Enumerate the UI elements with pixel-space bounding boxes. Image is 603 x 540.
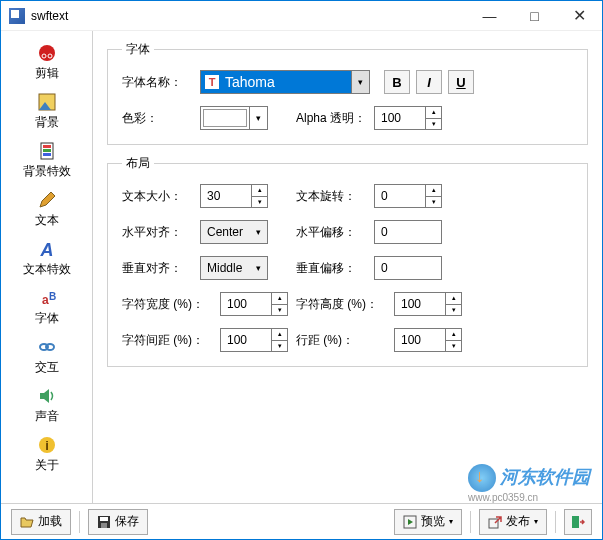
separator — [470, 511, 471, 533]
sidebar-item-background[interactable]: 背景 — [1, 88, 92, 137]
content-panel: 字体 字体名称： T Tahoma ▾ B I U 色彩： ▾ — [93, 31, 602, 503]
halign-combo[interactable]: Center▾ — [200, 220, 268, 244]
lspace-spinner[interactable]: 100▴▾ — [394, 328, 462, 352]
valign-combo[interactable]: Middle▾ — [200, 256, 268, 280]
size-label: 文本大小： — [122, 188, 200, 205]
svg-marker-23 — [408, 519, 413, 525]
sidebar-item-about[interactable]: i 关于 — [1, 431, 92, 480]
italic-button[interactable]: I — [416, 70, 442, 94]
door-exit-icon — [571, 515, 585, 529]
pencil-icon — [37, 190, 57, 210]
svg-rect-8 — [43, 153, 51, 156]
svg-text:i: i — [45, 438, 49, 453]
svg-text:a: a — [42, 293, 49, 307]
svg-rect-6 — [43, 145, 51, 148]
exit-button[interactable] — [564, 509, 592, 535]
rotate-spinner[interactable]: 0▴▾ — [374, 184, 442, 208]
cspace-spinner[interactable]: 100▴▾ — [220, 328, 288, 352]
save-button[interactable]: 保存 — [88, 509, 148, 535]
hoffset-label: 水平偏移： — [296, 224, 374, 241]
underline-button[interactable]: U — [448, 70, 474, 94]
sidebar-item-font[interactable]: aB 字体 — [1, 284, 92, 333]
load-button[interactable]: 加载 — [11, 509, 71, 535]
chevron-down-icon: ▾ — [249, 107, 267, 129]
svg-marker-15 — [40, 389, 49, 403]
cheight-label: 字符高度 (%)： — [296, 296, 394, 313]
bold-button[interactable]: B — [384, 70, 410, 94]
svg-rect-7 — [43, 149, 51, 152]
chevron-down-icon: ▾ — [249, 221, 267, 243]
sidebar-item-bg-effect[interactable]: 背景特效 — [1, 137, 92, 186]
color-picker[interactable]: ▾ — [200, 106, 268, 130]
floppy-icon — [97, 515, 111, 529]
font-select[interactable]: T Tahoma ▾ — [200, 70, 370, 94]
separator — [555, 511, 556, 533]
cwidth-spinner[interactable]: 100▴▾ — [220, 292, 288, 316]
svg-point-0 — [39, 45, 55, 61]
svg-marker-9 — [40, 192, 55, 207]
svg-text:A: A — [39, 240, 53, 259]
window-controls: — □ ✕ — [467, 1, 602, 31]
separator — [79, 511, 80, 533]
alpha-label: Alpha 透明： — [296, 110, 374, 127]
link-icon — [37, 337, 57, 357]
preview-button[interactable]: 预览 ▾ — [394, 509, 462, 535]
export-icon — [488, 515, 502, 529]
svg-text:B: B — [49, 291, 56, 302]
cheight-spinner[interactable]: 100▴▾ — [394, 292, 462, 316]
maximize-button[interactable]: □ — [512, 1, 557, 31]
sidebar-item-text-effect[interactable]: A 文本特效 — [1, 235, 92, 284]
play-icon — [403, 515, 417, 529]
alpha-spinner[interactable]: 100 ▴▾ — [374, 106, 442, 130]
layout-fieldset: 布局 文本大小： 30▴▾ 文本旋转： 0▴▾ 水平对齐： Center▾ 水平… — [107, 155, 588, 367]
svg-rect-25 — [572, 516, 579, 528]
voffset-input[interactable]: 0 — [374, 256, 442, 280]
color-label: 色彩： — [122, 110, 200, 127]
valign-label: 垂直对齐： — [122, 260, 200, 277]
letter-a-icon: A — [37, 239, 57, 259]
chevron-down-icon: ▾ — [534, 517, 538, 526]
app-title: swftext — [31, 9, 68, 23]
publish-button[interactable]: 发布 ▾ — [479, 509, 547, 535]
size-spinner[interactable]: 30▴▾ — [200, 184, 268, 208]
font-fieldset: 字体 字体名称： T Tahoma ▾ B I U 色彩： ▾ — [107, 41, 588, 145]
font-t-icon: T — [205, 75, 219, 89]
svg-rect-20 — [100, 517, 108, 521]
voffset-label: 垂直偏移： — [296, 260, 374, 277]
app-icon — [9, 8, 25, 24]
font-legend: 字体 — [122, 41, 154, 58]
main-area: 剪辑 背景 背景特效 文本 A 文本特效 aB 字体 交互 声音 — [1, 31, 602, 503]
font-icon: aB — [37, 288, 57, 308]
svg-marker-18 — [21, 518, 33, 527]
svg-rect-21 — [101, 523, 107, 528]
titlebar: swftext — □ ✕ — [1, 1, 602, 31]
rotate-label: 文本旋转： — [296, 188, 374, 205]
close-button[interactable]: ✕ — [557, 1, 602, 31]
minimize-button[interactable]: — — [467, 1, 512, 31]
sidebar-item-sound[interactable]: 声音 — [1, 382, 92, 431]
scissors-icon — [37, 43, 57, 63]
folder-open-icon — [20, 515, 34, 529]
film-icon — [37, 141, 57, 161]
sidebar-item-text[interactable]: 文本 — [1, 186, 92, 235]
info-icon: i — [37, 435, 57, 455]
cspace-label: 字符间距 (%)： — [122, 332, 220, 349]
chevron-down-icon: ▾ — [351, 71, 369, 93]
chevron-down-icon: ▾ — [449, 517, 453, 526]
color-swatch — [203, 109, 247, 127]
hoffset-input[interactable]: 0 — [374, 220, 442, 244]
cwidth-label: 字符宽度 (%)： — [122, 296, 220, 313]
chevron-down-icon: ▾ — [249, 257, 267, 279]
bottom-toolbar: 加载 保存 预览 ▾ 发布 ▾ — [1, 503, 602, 539]
font-name-label: 字体名称： — [122, 74, 200, 91]
layout-legend: 布局 — [122, 155, 154, 172]
halign-label: 水平对齐： — [122, 224, 200, 241]
speaker-icon — [37, 386, 57, 406]
sidebar: 剪辑 背景 背景特效 文本 A 文本特效 aB 字体 交互 声音 — [1, 31, 93, 503]
image-icon — [37, 92, 57, 112]
sidebar-item-interact[interactable]: 交互 — [1, 333, 92, 382]
lspace-label: 行距 (%)： — [296, 332, 394, 349]
sidebar-item-clip[interactable]: 剪辑 — [1, 39, 92, 88]
